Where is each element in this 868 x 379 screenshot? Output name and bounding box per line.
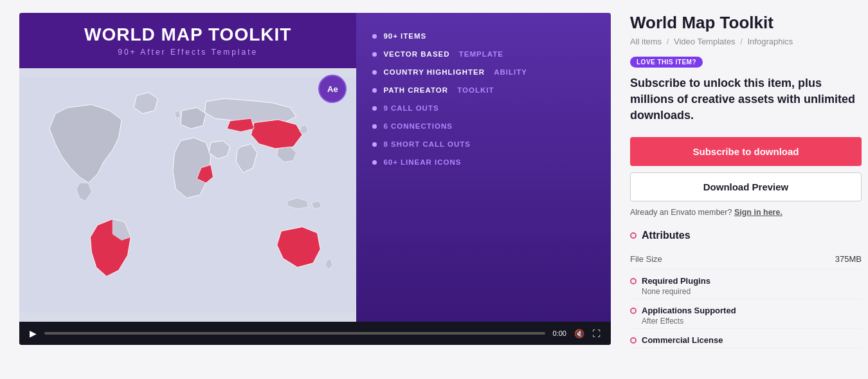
applications-content: Applications Supported After Effects xyxy=(642,306,736,326)
subscribe-text: Subscribe to unlock this item, plus mill… xyxy=(630,75,862,124)
feature-dot-4 xyxy=(372,88,377,93)
attributes-dot-icon xyxy=(630,232,637,239)
breadcrumb-sep-2: / xyxy=(740,37,745,46)
commercial-license-dot xyxy=(630,337,637,344)
feature-label-6: 6 CONNECTIONS xyxy=(383,122,453,130)
applications-value: After Effects xyxy=(642,317,736,326)
file-size-label: File Size xyxy=(630,254,662,264)
fullscreen-button[interactable]: ⛶ xyxy=(592,329,601,338)
feature-label-8: 60+ LINEAR ICONS xyxy=(383,158,461,166)
sign-in-link[interactable]: Sign in here. xyxy=(734,208,782,217)
breadcrumb-sep-1: / xyxy=(667,37,671,46)
feature-label-4b: TOOLKIT xyxy=(457,86,494,94)
attributes-title: Attributes xyxy=(630,230,862,241)
breadcrumb: All items / Video Templates / Infographi… xyxy=(630,37,862,46)
feature-dot-3 xyxy=(372,70,377,75)
breadcrumb-all-items[interactable]: All items xyxy=(630,37,662,46)
right-panel: World Map Toolkit All items / Video Temp… xyxy=(630,13,862,348)
page-container: WORLD MAP TOOLKIT 90+ After Effects Temp… xyxy=(0,0,868,361)
required-plugins-content: Required Plugins None required xyxy=(642,276,710,296)
commercial-license-row: Commercial License xyxy=(630,329,862,348)
applications-row: Applications Supported After Effects xyxy=(630,299,862,329)
feature-label-5: 9 CALL OUTS xyxy=(383,104,439,112)
feature-item-4: PATH CREATOR TOOLKIT xyxy=(372,86,595,94)
world-map-svg xyxy=(19,68,356,322)
required-plugins-row: Required Plugins None required xyxy=(630,270,862,299)
feature-label-3b: ABILITY xyxy=(494,68,527,76)
commercial-license-content: Commercial License xyxy=(642,335,723,345)
feature-item-3: COUNTRY HIGHLIGHTER ABILITY xyxy=(372,68,595,76)
file-size-row: File Size 375MB xyxy=(630,249,862,270)
feature-dot-5 xyxy=(372,106,377,111)
product-title: World Map Toolkit xyxy=(630,13,862,33)
video-container: WORLD MAP TOOLKIT 90+ After Effects Temp… xyxy=(19,13,611,345)
feature-item-7: 8 SHORT CALL OUTS xyxy=(372,140,595,148)
feature-label-1: 90+ ITEMS xyxy=(383,32,426,40)
feature-item-6: 6 CONNECTIONS xyxy=(372,122,595,130)
progress-bar[interactable] xyxy=(44,332,545,335)
feature-dot-6 xyxy=(372,124,377,129)
subscribe-to-download-button[interactable]: Subscribe to download xyxy=(630,137,862,166)
video-main-title: WORLD MAP TOOLKIT xyxy=(32,24,343,45)
feature-item-1: 90+ ITEMS xyxy=(372,32,595,40)
required-plugins-dot xyxy=(630,278,637,284)
feature-label-7: 8 SHORT CALL OUTS xyxy=(383,140,471,148)
feature-item-8: 60+ LINEAR ICONS xyxy=(372,158,595,166)
video-features-section: 90+ ITEMS VECTOR BASED TEMPLATE COUNTRY … xyxy=(356,13,611,322)
video-left-section: WORLD MAP TOOLKIT 90+ After Effects Temp… xyxy=(19,13,356,322)
member-text: Already an Envato member? Sign in here. xyxy=(630,208,862,217)
feature-item-2: VECTOR BASED TEMPLATE xyxy=(372,50,595,58)
feature-label-2a: VECTOR BASED xyxy=(383,50,452,58)
feature-dot-8 xyxy=(372,160,377,165)
feature-label-2b: TEMPLATE xyxy=(459,50,503,58)
feature-dot-1 xyxy=(372,34,377,39)
feature-dot-7 xyxy=(372,142,377,147)
attributes-label: Attributes xyxy=(642,230,691,241)
left-panel: WORLD MAP TOOLKIT 90+ After Effects Temp… xyxy=(19,13,611,348)
applications-dot xyxy=(630,308,637,314)
download-preview-button[interactable]: Download Preview xyxy=(630,172,862,201)
feature-item-5: 9 CALL OUTS xyxy=(372,104,595,112)
file-size-value: 375MB xyxy=(835,254,862,264)
required-plugins-title: Required Plugins xyxy=(642,276,710,286)
applications-title: Applications Supported xyxy=(642,306,736,315)
map-area: Ae xyxy=(19,68,356,322)
attributes-section: Attributes File Size 375MB Required Plug… xyxy=(630,230,862,348)
play-button[interactable]: ▶ xyxy=(30,328,37,338)
required-plugins-value: None required xyxy=(642,287,710,296)
feature-label-3a: COUNTRY HIGHLIGHTER xyxy=(383,68,487,76)
breadcrumb-video-templates[interactable]: Video Templates xyxy=(674,37,736,46)
video-title-bar: WORLD MAP TOOLKIT 90+ After Effects Temp… xyxy=(19,13,356,68)
volume-button[interactable]: 🔇 xyxy=(574,329,584,338)
feature-dot-2 xyxy=(372,52,377,57)
video-controls: ▶ 0:00 🔇 ⛶ xyxy=(19,322,611,345)
video-preview: WORLD MAP TOOLKIT 90+ After Effects Temp… xyxy=(19,13,611,322)
video-subtitle: 90+ After Effects Template xyxy=(32,48,343,57)
time-display: 0:00 xyxy=(553,329,566,337)
commercial-license-title: Commercial License xyxy=(642,335,723,345)
love-badge[interactable]: LOVE THIS ITEM? xyxy=(630,57,703,68)
feature-label-4a: PATH CREATOR xyxy=(383,86,451,94)
breadcrumb-infographics[interactable]: Infographics xyxy=(747,37,793,46)
